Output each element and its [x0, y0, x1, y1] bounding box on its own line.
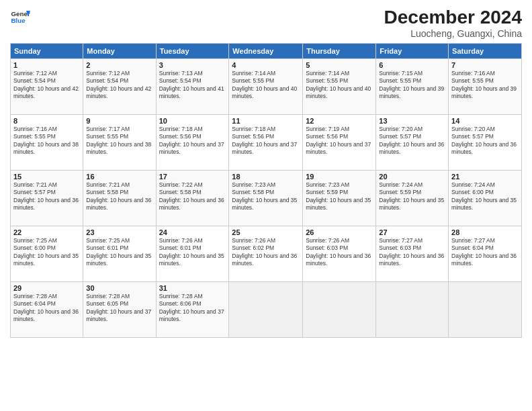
day-info: Sunrise: 7:26 AM Sunset: 6:02 PM Dayligh…	[232, 237, 300, 268]
day-number: 30	[86, 284, 152, 292]
day-info: Sunrise: 7:15 AM Sunset: 5:55 PM Dayligh…	[379, 70, 445, 101]
day-cell-30: 30 Sunrise: 7:28 AM Sunset: 6:05 PM Dayl…	[83, 282, 156, 338]
day-info: Sunrise: 7:25 AM Sunset: 6:01 PM Dayligh…	[86, 237, 152, 268]
day-info: Sunrise: 7:12 AM Sunset: 5:54 PM Dayligh…	[86, 70, 152, 101]
day-info: Sunrise: 7:26 AM Sunset: 6:03 PM Dayligh…	[306, 237, 373, 268]
day-number: 3	[159, 61, 226, 69]
day-cell-28: 28 Sunrise: 7:27 AM Sunset: 6:04 PM Dayl…	[449, 226, 522, 282]
svg-text:Blue: Blue	[11, 17, 26, 24]
day-info: Sunrise: 7:20 AM Sunset: 5:57 PM Dayligh…	[379, 126, 445, 156]
day-cell-23: 23 Sunrise: 7:25 AM Sunset: 6:01 PM Dayl…	[83, 226, 156, 282]
day-cell-7: 7 Sunrise: 7:16 AM Sunset: 5:55 PM Dayli…	[449, 59, 522, 115]
day-number: 26	[306, 228, 373, 236]
header: General Blue December 2024 Luocheng, Gua…	[10, 7, 522, 39]
day-cell-18: 18 Sunrise: 7:23 AM Sunset: 5:58 PM Dayl…	[229, 171, 303, 226]
day-number: 1	[13, 61, 80, 69]
day-cell-19: 19 Sunrise: 7:23 AM Sunset: 5:59 PM Dayl…	[303, 171, 376, 226]
header-tuesday: Tuesday	[156, 44, 229, 59]
day-cell-14: 14 Sunrise: 7:20 AM Sunset: 5:57 PM Dayl…	[449, 115, 522, 171]
day-number: 23	[86, 228, 152, 236]
week-row-5: 29 Sunrise: 7:28 AM Sunset: 6:04 PM Dayl…	[11, 282, 522, 338]
day-number: 10	[159, 117, 226, 125]
day-cell-22: 22 Sunrise: 7:25 AM Sunset: 6:00 PM Dayl…	[11, 226, 83, 282]
calendar-body: 1 Sunrise: 7:12 AM Sunset: 5:54 PM Dayli…	[11, 59, 522, 338]
day-cell-13: 13 Sunrise: 7:20 AM Sunset: 5:57 PM Dayl…	[376, 115, 449, 171]
day-cell-27: 27 Sunrise: 7:27 AM Sunset: 6:03 PM Dayl…	[376, 226, 449, 282]
day-info: Sunrise: 7:19 AM Sunset: 5:56 PM Dayligh…	[306, 126, 373, 156]
day-cell-15: 15 Sunrise: 7:21 AM Sunset: 5:57 PM Dayl…	[11, 171, 83, 226]
logo-icon: General Blue	[10, 7, 30, 27]
header-wednesday: Wednesday	[229, 44, 303, 59]
day-info: Sunrise: 7:21 AM Sunset: 5:58 PM Dayligh…	[86, 181, 152, 212]
week-row-2: 8 Sunrise: 7:16 AM Sunset: 5:55 PM Dayli…	[11, 115, 522, 171]
day-info: Sunrise: 7:18 AM Sunset: 5:56 PM Dayligh…	[159, 126, 226, 156]
week-row-1: 1 Sunrise: 7:12 AM Sunset: 5:54 PM Dayli…	[11, 59, 522, 115]
day-cell-31: 31 Sunrise: 7:28 AM Sunset: 6:06 PM Dayl…	[156, 282, 229, 338]
day-info: Sunrise: 7:28 AM Sunset: 6:04 PM Dayligh…	[13, 293, 80, 324]
day-cell-26: 26 Sunrise: 7:26 AM Sunset: 6:03 PM Dayl…	[303, 226, 376, 282]
logo: General Blue	[10, 7, 30, 27]
day-info: Sunrise: 7:12 AM Sunset: 5:54 PM Dayligh…	[13, 70, 80, 101]
day-number: 28	[451, 228, 519, 236]
day-info: Sunrise: 7:18 AM Sunset: 5:56 PM Dayligh…	[232, 126, 300, 156]
day-cell-8: 8 Sunrise: 7:16 AM Sunset: 5:55 PM Dayli…	[11, 115, 83, 171]
day-number: 25	[232, 228, 300, 236]
day-number: 27	[379, 228, 445, 236]
day-cell-2: 2 Sunrise: 7:12 AM Sunset: 5:54 PM Dayli…	[83, 59, 156, 115]
day-cell-3: 3 Sunrise: 7:13 AM Sunset: 5:54 PM Dayli…	[156, 59, 229, 115]
day-cell-25: 25 Sunrise: 7:26 AM Sunset: 6:02 PM Dayl…	[229, 226, 303, 282]
subtitle: Luocheng, Guangxi, China	[384, 28, 522, 39]
day-number: 14	[451, 117, 519, 125]
day-number: 29	[13, 284, 80, 292]
day-cell-1: 1 Sunrise: 7:12 AM Sunset: 5:54 PM Dayli…	[11, 59, 83, 115]
day-cell-29: 29 Sunrise: 7:28 AM Sunset: 6:04 PM Dayl…	[11, 282, 83, 338]
day-number: 2	[86, 61, 152, 69]
day-info: Sunrise: 7:14 AM Sunset: 5:55 PM Dayligh…	[306, 70, 373, 101]
day-info: Sunrise: 7:25 AM Sunset: 6:00 PM Dayligh…	[13, 237, 80, 268]
day-cell-9: 9 Sunrise: 7:17 AM Sunset: 5:55 PM Dayli…	[83, 115, 156, 171]
day-number: 24	[159, 228, 226, 236]
title-block: December 2024 Luocheng, Guangxi, China	[384, 7, 522, 39]
day-cell-empty	[449, 282, 522, 338]
day-number: 5	[306, 61, 373, 69]
day-info: Sunrise: 7:27 AM Sunset: 6:03 PM Dayligh…	[379, 237, 445, 268]
header-monday: Monday	[83, 44, 156, 59]
page: General Blue December 2024 Luocheng, Gua…	[0, 0, 532, 411]
day-number: 18	[232, 173, 300, 181]
day-info: Sunrise: 7:16 AM Sunset: 5:55 PM Dayligh…	[451, 70, 519, 101]
header-sunday: Sunday	[11, 44, 83, 59]
day-info: Sunrise: 7:26 AM Sunset: 6:01 PM Dayligh…	[159, 237, 226, 268]
main-title: December 2024	[384, 7, 522, 28]
day-number: 19	[306, 173, 373, 181]
day-info: Sunrise: 7:17 AM Sunset: 5:55 PM Dayligh…	[86, 126, 152, 156]
day-cell-empty	[229, 282, 303, 338]
day-cell-24: 24 Sunrise: 7:26 AM Sunset: 6:01 PM Dayl…	[156, 226, 229, 282]
day-info: Sunrise: 7:23 AM Sunset: 5:58 PM Dayligh…	[232, 181, 300, 212]
day-cell-10: 10 Sunrise: 7:18 AM Sunset: 5:56 PM Dayl…	[156, 115, 229, 171]
day-number: 20	[379, 173, 445, 181]
day-cell-4: 4 Sunrise: 7:14 AM Sunset: 5:55 PM Dayli…	[229, 59, 303, 115]
day-info: Sunrise: 7:13 AM Sunset: 5:54 PM Dayligh…	[159, 70, 226, 101]
weekday-header-row: Sunday Monday Tuesday Wednesday Thursday…	[11, 44, 522, 59]
day-info: Sunrise: 7:27 AM Sunset: 6:04 PM Dayligh…	[451, 237, 519, 268]
day-info: Sunrise: 7:21 AM Sunset: 5:57 PM Dayligh…	[13, 181, 80, 212]
week-row-3: 15 Sunrise: 7:21 AM Sunset: 5:57 PM Dayl…	[11, 171, 522, 226]
week-row-4: 22 Sunrise: 7:25 AM Sunset: 6:00 PM Dayl…	[11, 226, 522, 282]
day-cell-empty	[376, 282, 449, 338]
day-info: Sunrise: 7:24 AM Sunset: 6:00 PM Dayligh…	[451, 181, 519, 212]
day-cell-11: 11 Sunrise: 7:18 AM Sunset: 5:56 PM Dayl…	[229, 115, 303, 171]
day-info: Sunrise: 7:24 AM Sunset: 5:59 PM Dayligh…	[379, 181, 445, 212]
day-cell-empty	[303, 282, 376, 338]
day-cell-17: 17 Sunrise: 7:22 AM Sunset: 5:58 PM Dayl…	[156, 171, 229, 226]
day-number: 15	[13, 173, 80, 181]
day-cell-20: 20 Sunrise: 7:24 AM Sunset: 5:59 PM Dayl…	[376, 171, 449, 226]
day-cell-21: 21 Sunrise: 7:24 AM Sunset: 6:00 PM Dayl…	[449, 171, 522, 226]
day-number: 4	[232, 61, 300, 69]
header-saturday: Saturday	[449, 44, 522, 59]
day-info: Sunrise: 7:14 AM Sunset: 5:55 PM Dayligh…	[232, 70, 300, 101]
calendar: Sunday Monday Tuesday Wednesday Thursday…	[10, 43, 522, 338]
day-info: Sunrise: 7:23 AM Sunset: 5:59 PM Dayligh…	[306, 181, 373, 212]
day-number: 11	[232, 117, 300, 125]
day-cell-12: 12 Sunrise: 7:19 AM Sunset: 5:56 PM Dayl…	[303, 115, 376, 171]
day-info: Sunrise: 7:28 AM Sunset: 6:05 PM Dayligh…	[86, 293, 152, 324]
